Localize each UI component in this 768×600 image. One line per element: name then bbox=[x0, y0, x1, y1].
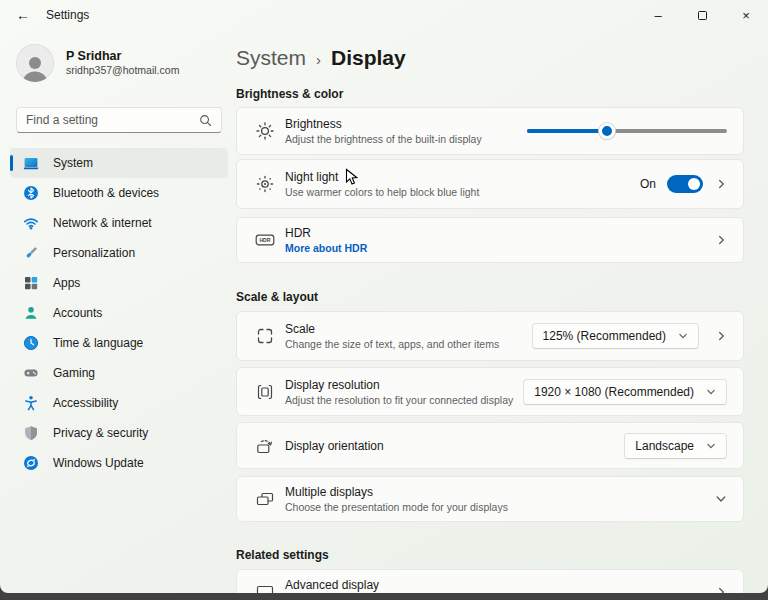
accounts-icon bbox=[23, 305, 39, 321]
search-box[interactable] bbox=[16, 107, 222, 133]
search-input[interactable] bbox=[26, 113, 199, 127]
brightness-title: Brightness bbox=[285, 117, 482, 131]
windows-update-icon bbox=[23, 455, 39, 471]
toggle-knob bbox=[688, 178, 700, 190]
display-orientation-title: Display orientation bbox=[285, 439, 384, 453]
sidebar-item-label: Windows Update bbox=[53, 456, 144, 470]
search-icon bbox=[199, 114, 212, 127]
scale-icon bbox=[255, 326, 275, 346]
minimize-button[interactable]: – bbox=[636, 0, 680, 30]
scale-row[interactable]: Scale Change the size of text, apps, and… bbox=[236, 311, 744, 361]
chevron-right-icon bbox=[716, 330, 727, 342]
night-light-row[interactable]: Night light Use warmer colors to help bl… bbox=[236, 159, 744, 209]
sidebar-item-time-language[interactable]: Time & language bbox=[10, 328, 228, 358]
sidebar-item-label: Apps bbox=[53, 276, 80, 290]
sidebar-item-accessibility[interactable]: Accessibility bbox=[10, 388, 228, 418]
window-title: Settings bbox=[46, 8, 89, 22]
privacy-security-icon bbox=[23, 425, 39, 441]
hdr-icon: HDR bbox=[255, 230, 275, 250]
advanced-display-row[interactable]: Advanced display Display information, re… bbox=[236, 569, 744, 593]
chevron-right-icon bbox=[716, 234, 727, 246]
scale-title: Scale bbox=[285, 322, 499, 336]
multiple-displays-subtitle: Choose the presentation mode for your di… bbox=[285, 501, 508, 513]
night-light-title: Night light bbox=[285, 170, 479, 184]
hdr-title: HDR bbox=[285, 226, 367, 240]
display-orientation-value: Landscape bbox=[635, 439, 694, 453]
page-title: Display bbox=[331, 44, 406, 72]
multiple-displays-row[interactable]: Multiple displays Choose the presentatio… bbox=[236, 476, 744, 522]
brightness-slider-thumb[interactable] bbox=[599, 123, 615, 139]
mouse-cursor bbox=[345, 168, 358, 187]
back-button[interactable]: ← bbox=[10, 7, 36, 23]
user-name: P Sridhar bbox=[66, 49, 179, 64]
network-icon bbox=[23, 215, 39, 231]
brightness-row: Brightness Adjust the brightness of the … bbox=[236, 107, 744, 155]
sidebar-item-gaming[interactable]: Gaming bbox=[10, 358, 228, 388]
night-light-toggle[interactable] bbox=[667, 175, 703, 193]
chevron-right-icon bbox=[716, 178, 727, 190]
gaming-icon bbox=[23, 365, 39, 381]
display-orientation-row: Display orientation Landscape bbox=[236, 422, 744, 469]
sidebar-item-label: Gaming bbox=[53, 366, 95, 380]
night-light-icon bbox=[255, 174, 275, 194]
chevron-down-icon bbox=[678, 331, 688, 341]
sidebar-item-label: Accounts bbox=[53, 306, 102, 320]
sidebar-item-label: Time & language bbox=[53, 336, 143, 350]
scale-value: 125% (Recommended) bbox=[543, 329, 666, 343]
display-resolution-title: Display resolution bbox=[285, 378, 513, 392]
scale-dropdown[interactable]: 125% (Recommended) bbox=[532, 323, 699, 349]
display-resolution-subtitle: Adjust the resolution to fit your connec… bbox=[285, 394, 513, 406]
section-scale-layout: Scale & layout bbox=[236, 290, 752, 304]
user-profile[interactable]: P Sridhar sridhp357@hotmail.com bbox=[16, 44, 222, 82]
chevron-down-icon bbox=[706, 441, 716, 451]
scale-subtitle: Change the size of text, apps, and other… bbox=[285, 338, 499, 350]
chevron-down-icon bbox=[715, 493, 727, 505]
night-light-subtitle: Use warmer colors to help block blue lig… bbox=[285, 186, 479, 198]
display-orientation-icon bbox=[255, 436, 275, 456]
time-language-icon bbox=[23, 335, 39, 351]
sidebar-item-system[interactable]: System bbox=[10, 148, 228, 178]
multiple-displays-title: Multiple displays bbox=[285, 485, 508, 499]
sidebar-item-privacy-security[interactable]: Privacy & security bbox=[10, 418, 228, 448]
apps-icon bbox=[23, 275, 39, 291]
sidebar-item-network-internet[interactable]: Network & internet bbox=[10, 208, 228, 238]
more-about-hdr-link[interactable]: More about HDR bbox=[285, 242, 367, 254]
hdr-row[interactable]: HDR HDR More about HDR bbox=[236, 217, 744, 263]
breadcrumb-separator: › bbox=[316, 46, 321, 74]
sidebar-item-label: Personalization bbox=[53, 246, 135, 260]
main-content: System › Display Brightness & color bbox=[236, 30, 768, 593]
breadcrumb-system[interactable]: System bbox=[236, 44, 306, 72]
avatar bbox=[16, 44, 54, 82]
sidebar: P Sridhar sridhp357@hotmail.com bbox=[0, 30, 236, 593]
maximize-button[interactable] bbox=[680, 0, 724, 30]
chevron-down-icon bbox=[706, 387, 716, 397]
settings-window: ← Settings – × P Sridhar sridhp357@hotma… bbox=[0, 0, 768, 593]
display-orientation-dropdown[interactable]: Landscape bbox=[624, 433, 727, 459]
sidebar-item-label: Privacy & security bbox=[53, 426, 148, 440]
sidebar-item-personalization[interactable]: Personalization bbox=[10, 238, 228, 268]
personalization-icon bbox=[23, 245, 39, 261]
svg-text:HDR: HDR bbox=[259, 237, 270, 243]
sidebar-item-windows-update[interactable]: Windows Update bbox=[10, 448, 228, 478]
section-related-settings: Related settings bbox=[236, 548, 752, 562]
brightness-slider[interactable] bbox=[527, 122, 727, 140]
sidebar-item-label: Accessibility bbox=[53, 396, 118, 410]
advanced-display-title: Advanced display bbox=[285, 578, 434, 592]
sidebar-item-apps[interactable]: Apps bbox=[10, 268, 228, 298]
brightness-subtitle: Adjust the brightness of the built-in di… bbox=[285, 133, 482, 145]
maximize-icon bbox=[698, 11, 707, 20]
multiple-displays-icon bbox=[255, 489, 275, 509]
display-resolution-dropdown[interactable]: 1920 × 1080 (Recommended) bbox=[523, 379, 727, 405]
window-controls: – × bbox=[636, 0, 768, 30]
close-button[interactable]: × bbox=[724, 0, 768, 30]
accessibility-icon bbox=[23, 395, 39, 411]
display-resolution-value: 1920 × 1080 (Recommended) bbox=[534, 385, 694, 399]
brightness-icon bbox=[255, 121, 275, 141]
chevron-right-icon bbox=[716, 586, 727, 593]
brightness-slider-fill bbox=[527, 129, 607, 133]
bluetooth-icon bbox=[23, 185, 39, 201]
sidebar-item-bluetooth-devices[interactable]: Bluetooth & devices bbox=[10, 178, 228, 208]
user-email: sridhp357@hotmail.com bbox=[66, 64, 179, 77]
sidebar-item-label: Bluetooth & devices bbox=[53, 186, 159, 200]
sidebar-item-accounts[interactable]: Accounts bbox=[10, 298, 228, 328]
